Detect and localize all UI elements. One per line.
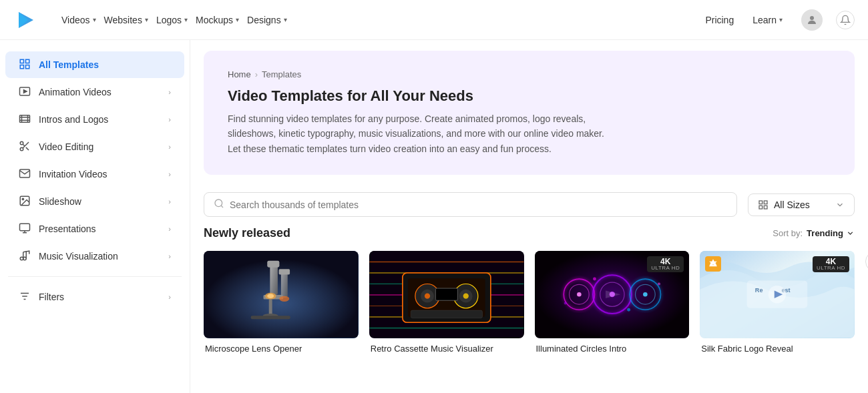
svg-rect-39 <box>269 300 272 316</box>
svg-rect-4 <box>26 59 29 63</box>
svg-rect-63 <box>435 288 457 300</box>
template-card-microscope[interactable]: Microscope Lens Opener <box>204 251 359 353</box>
svg-rect-32 <box>764 201 767 204</box>
svg-point-77 <box>627 308 630 312</box>
svg-text:Re: Re <box>755 287 763 294</box>
nav-logos[interactable]: Logos▾ <box>154 11 190 29</box>
card-thumbnail-circles: 4K ULTRA HD <box>535 251 690 338</box>
film-icon <box>19 113 32 126</box>
nav-mockups[interactable]: Mockups▾ <box>193 11 242 29</box>
template-card-circles[interactable]: 4K ULTRA HD Illuminated Circles Intro <box>535 251 690 353</box>
svg-point-2 <box>810 16 814 20</box>
svg-rect-33 <box>759 206 763 209</box>
cards-container: Microscope Lens Opener <box>204 251 855 353</box>
sidebar-label-filters: Filters <box>39 292 162 302</box>
card-label-microscope: Microscope Lens Opener <box>204 344 359 354</box>
size-icon <box>758 200 769 210</box>
filter-icon <box>19 290 32 304</box>
svg-line-18 <box>23 144 25 146</box>
monitor-icon <box>19 222 32 236</box>
card-label-circles: Illuminated Circles Intro <box>535 344 690 354</box>
sidebar-item-presentations[interactable]: Presentations › <box>5 216 184 242</box>
pricing-link[interactable]: Pricing <box>705 15 734 25</box>
search-box[interactable] <box>204 192 737 217</box>
breadcrumb: Home › Templates <box>228 69 831 79</box>
svg-rect-45 <box>279 269 290 274</box>
avatar-icon[interactable] <box>801 9 823 31</box>
sidebar-label-invitation: Invitation Videos <box>39 169 162 179</box>
svg-rect-3 <box>20 59 23 63</box>
sidebar-item-invitation-videos[interactable]: Invitation Videos › <box>5 161 184 187</box>
music-icon <box>19 250 32 263</box>
svg-point-62 <box>463 294 468 299</box>
card-label-silk: Silk Fabric Logo Reveal <box>700 344 855 354</box>
svg-point-76 <box>592 278 596 281</box>
sidebar-label-intros: Intros and Logos <box>39 114 162 125</box>
main-layout: All Templates Animation Videos › Intros … <box>0 40 868 393</box>
template-card-silk[interactable]: Re est 4K ULTRA HD <box>700 251 855 353</box>
nav-websites[interactable]: Websites▾ <box>101 11 151 29</box>
notifications-icon[interactable] <box>836 11 855 29</box>
size-dropdown-label: All Sizes <box>774 200 830 210</box>
svg-point-43 <box>267 294 274 299</box>
svg-point-46 <box>279 296 289 302</box>
svg-rect-64 <box>411 310 482 318</box>
grid-icon <box>19 58 32 71</box>
sidebar-item-music-visualization[interactable]: Music Visualization › <box>5 243 184 270</box>
svg-marker-8 <box>24 90 27 93</box>
banner-title: Video Templates for All Your Needs <box>228 87 831 105</box>
svg-line-17 <box>26 147 29 150</box>
cards-nav-area: › <box>865 251 868 292</box>
svg-rect-21 <box>20 224 30 231</box>
svg-rect-41 <box>250 316 290 320</box>
sidebar-item-video-editing[interactable]: Video Editing › <box>5 133 184 160</box>
svg-line-30 <box>221 206 223 208</box>
banner: Home › Templates Video Templates for All… <box>204 51 855 175</box>
badge-4k-silk: 4K ULTRA HD <box>813 256 849 272</box>
card-label-cassette: Retro Cassette Music Visualizer <box>369 344 524 354</box>
card-thumbnail-silk: Re est 4K ULTRA HD <box>700 251 855 338</box>
section-title: Newly released <box>204 226 290 240</box>
svg-rect-31 <box>759 201 763 204</box>
sidebar-item-filters[interactable]: Filters › <box>5 284 184 310</box>
sidebar: All Templates Animation Videos › Intros … <box>0 40 190 393</box>
sidebar-item-all-templates[interactable]: All Templates <box>5 51 184 78</box>
svg-point-72 <box>577 292 582 297</box>
header: Videos▾ Websites▾ Logos▾ Mockups▾ Design… <box>0 0 868 40</box>
search-input[interactable] <box>230 200 727 210</box>
svg-rect-5 <box>20 65 23 69</box>
svg-point-59 <box>425 294 430 299</box>
dropdown-chevron-icon <box>835 200 845 210</box>
svg-rect-37 <box>267 261 279 268</box>
svg-point-74 <box>643 292 648 297</box>
template-card-cassette[interactable]: Retro Cassette Music Visualizer <box>369 251 524 353</box>
learn-link[interactable]: Learn▾ <box>750 11 785 29</box>
sort-chevron-icon <box>846 229 855 238</box>
nav-designs[interactable]: Designs▾ <box>244 11 290 29</box>
svg-marker-1 <box>19 12 28 28</box>
crown-badge-silk <box>705 256 721 272</box>
logo[interactable] <box>13 8 37 32</box>
svg-point-78 <box>564 302 566 304</box>
sidebar-item-slideshow[interactable]: Slideshow › <box>5 188 184 215</box>
nav-videos[interactable]: Videos▾ <box>59 11 99 29</box>
cards-next-button[interactable]: › <box>865 251 868 272</box>
sidebar-label-all-templates: All Templates <box>39 59 171 70</box>
badge-4k-circles: 4K ULTRA HD <box>647 256 684 272</box>
sort-value[interactable]: Trending <box>807 228 855 238</box>
content-area: Home › Templates Video Templates for All… <box>190 40 868 393</box>
search-row: All Sizes <box>190 185 868 226</box>
svg-rect-34 <box>764 206 767 209</box>
breadcrumb-current: Templates <box>262 69 301 79</box>
sidebar-divider <box>8 276 182 277</box>
breadcrumb-home[interactable]: Home <box>228 69 251 79</box>
sidebar-item-animation-videos[interactable]: Animation Videos › <box>5 79 184 105</box>
sidebar-label-music: Music Visualization <box>39 251 162 262</box>
templates-section: Newly released Sort by: Trending <box>190 226 868 366</box>
size-dropdown[interactable]: All Sizes <box>748 193 855 216</box>
sort-row: Sort by: Trending <box>773 228 855 238</box>
sidebar-label-slideshow: Slideshow <box>39 196 162 207</box>
sidebar-item-intros-logos[interactable]: Intros and Logos › <box>5 106 184 133</box>
header-right: Pricing Learn▾ <box>705 9 855 31</box>
svg-point-29 <box>215 200 222 207</box>
